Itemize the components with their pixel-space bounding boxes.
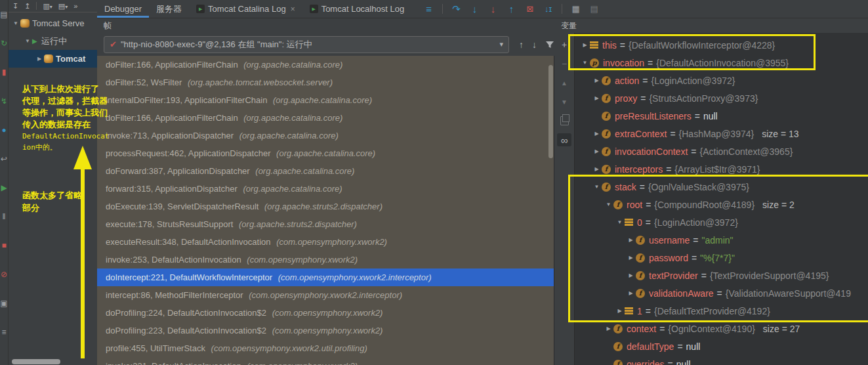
expand-arrow-icon[interactable]: ▶ xyxy=(615,308,625,314)
pause-icon[interactable]: ‖ xyxy=(0,202,8,231)
expand-arrow-icon[interactable]: ▶ xyxy=(626,272,636,278)
resume-icon[interactable]: ▶ xyxy=(0,173,8,202)
stack-frame-row[interactable]: doProfiling:223, DefaultActionInvocation… xyxy=(97,322,554,339)
chevron-down-icon[interactable]: ▾ xyxy=(499,40,503,49)
variable-row[interactable]: ▶ f context = {OgnlContext@4190} size = … xyxy=(575,320,868,337)
stack-frame-row[interactable]: invoke:253, DefaultActionInvocation (com… xyxy=(97,251,554,268)
step-into-icon[interactable]: ↓ xyxy=(466,0,483,18)
step-back-icon[interactable]: ↩ xyxy=(0,144,8,173)
show-execution-point-icon[interactable]: ≡ xyxy=(421,0,437,18)
expand-arrow-icon[interactable]: ▶ xyxy=(592,77,602,83)
copy-watch-icon[interactable] xyxy=(557,114,571,127)
more-icon[interactable]: » xyxy=(73,2,77,10)
expand-arrow-icon[interactable]: ▼ xyxy=(592,184,602,190)
variable-row[interactable]: ▶ this = {DefaultWorkflowInterceptor@422… xyxy=(575,36,868,54)
stack-frame-row[interactable]: processRequest:462, ApplicationDispatche… xyxy=(97,144,554,162)
add-watch-icon[interactable]: + xyxy=(557,38,571,51)
variable-row[interactable]: ▼ p invocation = {DefaultActionInvocatio… xyxy=(575,54,868,72)
tree-closed-icon[interactable]: ▶ xyxy=(35,56,44,62)
variable-row[interactable]: ▶ f validationAware = {ValidationAwareSu… xyxy=(575,284,868,302)
view-options-icon[interactable]: ▤▾ xyxy=(58,2,68,11)
previous-frame-icon[interactable]: ↑ xyxy=(519,39,524,50)
variable-row[interactable]: ▶ f textProvider = {TextProviderSupport@… xyxy=(575,267,868,284)
stack-frame-row[interactable]: doProfiling:224, DefaultActionInvocation… xyxy=(97,304,554,322)
step-over-icon[interactable]: ↷ xyxy=(448,0,465,18)
tab-debugger[interactable]: Debugger xyxy=(97,0,149,18)
show-watches-icon[interactable]: ∞ xyxy=(557,133,571,146)
vertical-scrollbar[interactable] xyxy=(548,65,553,158)
expand-arrow-icon[interactable]: ▼ xyxy=(604,202,613,207)
stack-frame-row[interactable]: execute:178, StrutsResultSupport (org.ap… xyxy=(97,215,554,233)
expand-arrow-icon[interactable]: ▶ xyxy=(626,290,636,296)
collapse-all-icon[interactable]: ↧ xyxy=(12,2,18,11)
variable-row[interactable]: ▶ 1 = {DefaultTextProvider@4192} xyxy=(575,302,868,320)
stack-frame-row[interactable]: invoke:713, ApplicationDispatcher (org.a… xyxy=(97,127,554,144)
stack-frame-row[interactable]: doFilter:52, WsFilter (org.apache.tomcat… xyxy=(97,74,554,91)
expand-arrow-icon[interactable]: ▶ xyxy=(626,255,636,261)
mute-breakpoints-icon[interactable]: ⊘ xyxy=(0,260,8,289)
variable-row[interactable]: f defaultType = null xyxy=(575,337,868,355)
drop-frame-icon[interactable]: ⊠ xyxy=(522,0,538,18)
group-by-icon[interactable]: ▥▾ xyxy=(43,2,52,11)
stack-frame-row[interactable]: doFilter:166, ApplicationFilterChain (or… xyxy=(97,56,554,74)
expand-arrow-icon[interactable]: ▶ xyxy=(592,95,602,101)
filter-frames-icon[interactable] xyxy=(545,40,554,49)
expand-arrow-icon[interactable]: ▶ xyxy=(592,166,602,172)
breakpoint-icon[interactable]: ● xyxy=(0,116,8,144)
thread-dropdown[interactable]: ✔ "http-nio-8080-exec-9"@2,136 在组 "main"… xyxy=(104,36,509,53)
list-icon[interactable]: ▤ xyxy=(0,0,8,29)
tree-item-running[interactable]: ▼ ▶ 运行中 xyxy=(9,32,97,50)
debug-icon[interactable]: ↯ xyxy=(0,87,8,116)
variable-row[interactable]: ▶ f proxy = {StrutsActionProxy@3973} xyxy=(575,89,868,107)
stop-icon[interactable]: ▮ xyxy=(0,58,8,87)
variable-row[interactable]: ▶ f invocationContext = {ActionContext@3… xyxy=(575,142,868,160)
step-out-icon[interactable]: ↑ xyxy=(503,0,520,18)
stack-frame-row[interactable]: doFilter:166, ApplicationFilterChain (or… xyxy=(97,109,554,127)
variable-row[interactable]: ▶ f action = {LoginAction@3972} xyxy=(575,72,868,89)
stack-frame-row[interactable]: intercept:86, MethodFilterInterceptor (c… xyxy=(97,286,554,304)
expand-arrow-icon[interactable]: ▶ xyxy=(626,237,636,243)
horizontal-scrollbar[interactable] xyxy=(12,359,60,364)
expand-all-icon[interactable]: ↥ xyxy=(24,2,30,11)
expand-arrow-icon[interactable]: ▼ xyxy=(580,60,590,66)
variable-row[interactable]: f overrides = null xyxy=(575,355,868,365)
variable-row[interactable]: ▶ f username = "admin" xyxy=(575,231,868,249)
settings-icon[interactable]: ≡ xyxy=(0,318,8,347)
stack-frame-row[interactable]: doForward:387, ApplicationDispatcher (or… xyxy=(97,162,554,180)
expand-arrow-icon[interactable]: ▶ xyxy=(604,326,613,332)
next-frame-icon[interactable]: ↓ xyxy=(532,39,537,50)
tree-open-icon[interactable]: ▼ xyxy=(23,38,32,44)
expand-arrow-icon[interactable]: ▶ xyxy=(592,148,602,154)
stack-frame-row[interactable]: executeResult:348, DefaultActionInvocati… xyxy=(97,233,554,251)
close-icon[interactable]: × xyxy=(291,5,295,14)
tab-server[interactable]: 服务器 xyxy=(149,0,189,18)
run-to-cursor-icon[interactable]: ↓ɪ xyxy=(540,0,556,18)
tree-item-tomcat-selected[interactable]: ▶ Tomcat xyxy=(9,50,97,68)
tab-localhost-log[interactable]: ▶ Tomcat Localhost Log xyxy=(302,0,411,18)
expand-arrow-icon[interactable]: ▶ xyxy=(580,42,590,48)
stack-frame-row[interactable]: invoke:231, DefaultActionInvocation (com… xyxy=(97,357,554,365)
layout-settings-icon[interactable]: ▤ xyxy=(586,0,602,18)
stack-frame-row[interactable]: profile:455, UtilTimerStack (com.opensym… xyxy=(97,339,554,357)
tree-item-tomcat-server[interactable]: ▼ Tomcat Serve xyxy=(9,14,97,32)
tab-catalina-log[interactable]: ▶ Tomcat Catalina Log × xyxy=(189,0,302,18)
expand-arrow-icon[interactable]: ▼ xyxy=(615,219,625,225)
move-watch-up-icon[interactable]: ▲ xyxy=(557,76,571,89)
variable-row[interactable]: ▶ f interceptors = {ArrayList$Itr@3971} xyxy=(575,160,868,178)
stack-frame-row[interactable]: doExecute:139, ServletDispatcherResult (… xyxy=(97,198,554,215)
rerun-icon[interactable]: ↻ xyxy=(0,29,8,58)
stop-square-icon[interactable]: ■ xyxy=(0,231,8,260)
variable-row[interactable]: f preResultListeners = null xyxy=(575,107,868,125)
stack-frame-row[interactable]: internalDoFilter:193, ApplicationFilterC… xyxy=(97,91,554,109)
variable-row[interactable]: ▼ f root = {CompoundRoot@4189} size = 2 xyxy=(575,196,868,213)
evaluate-expression-icon[interactable]: ▦ xyxy=(568,0,584,18)
camera-icon[interactable]: ▣ xyxy=(0,289,8,318)
stack-frame-row[interactable]: forward:315, ApplicationDispatcher (org.… xyxy=(97,180,554,198)
variable-row[interactable]: ▶ f password = "%{7*7}" xyxy=(575,249,868,267)
variable-row[interactable]: ▼ 0 = {LoginAction@3972} xyxy=(575,213,868,231)
force-step-into-icon[interactable]: ↓ xyxy=(485,0,501,18)
stack-frame-row[interactable]: doIntercept:221, DefaultWorkflowIntercep… xyxy=(97,268,554,286)
move-watch-down-icon[interactable]: ▼ xyxy=(557,95,571,108)
remove-watch-icon[interactable]: − xyxy=(557,57,571,70)
expand-arrow-icon[interactable]: ▶ xyxy=(592,131,602,137)
